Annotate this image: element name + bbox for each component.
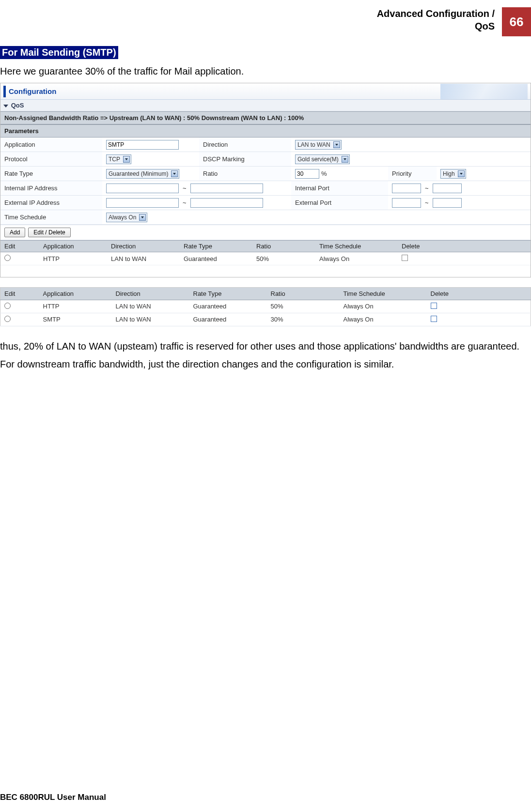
col-direction: Direction <box>112 287 189 300</box>
intro-text: Here we guarantee 30% of the traffic for… <box>0 65 531 78</box>
col-delete: Delete <box>427 287 531 300</box>
table-row: HTTP LAN to WAN Guaranteed 50% Always On <box>0 300 531 313</box>
time-schedule-value: Always On <box>109 214 136 221</box>
page-number-badge: 66 <box>502 7 531 36</box>
banner-accent-bar <box>3 86 6 97</box>
empty-cell <box>437 152 531 167</box>
chevron-down-icon <box>342 156 348 163</box>
ratio-unit: % <box>321 170 327 177</box>
edit-radio[interactable] <box>4 316 11 322</box>
edit-delete-button[interactable]: Edit / Delete <box>28 228 70 237</box>
empty-cell <box>437 138 531 152</box>
chevron-down-icon <box>123 156 130 163</box>
dscp-label: DSCP Marking <box>199 152 291 167</box>
col-edit: Edit <box>0 241 39 252</box>
application-input[interactable] <box>106 140 179 150</box>
chevron-down-icon <box>171 170 178 177</box>
external-ip-from-input[interactable] <box>106 198 179 208</box>
button-row: Add Edit / Delete <box>0 225 531 240</box>
internal-ip-from-input[interactable] <box>106 184 179 193</box>
result-rules-table: Edit Application Direction Rate Type Rat… <box>0 287 531 326</box>
priority-value: High <box>443 170 455 177</box>
col-application: Application <box>39 241 107 252</box>
cell-application: HTTP <box>39 252 107 265</box>
table-row: SMTP LAN to WAN Guaranteed 30% Always On <box>0 313 531 326</box>
panel-banner: Configuration <box>0 83 531 100</box>
range-tilde: ~ <box>423 184 431 192</box>
dscp-cell: Gold service(M) <box>291 152 388 167</box>
cell-direction: LAN to WAN <box>112 313 189 326</box>
bandwidth-ratio-row: Non-Assigned Bandwidth Ratio => Upstream… <box>0 111 531 124</box>
time-schedule-label: Time Schedule <box>0 210 102 225</box>
empty-cell <box>388 138 437 152</box>
ratio-cell: % <box>291 167 388 181</box>
protocol-label: Protocol <box>0 152 102 167</box>
rate-type-label: Rate Type <box>0 167 102 181</box>
footer-text: BEC 6800RUL User Manual <box>0 793 106 802</box>
delete-checkbox[interactable] <box>402 255 408 261</box>
delete-checkbox[interactable] <box>431 316 437 322</box>
priority-select[interactable]: High <box>440 169 466 179</box>
col-delete: Delete <box>398 241 531 252</box>
application-cell <box>102 138 199 152</box>
delete-checkbox[interactable] <box>431 303 437 309</box>
cell-rate-type: Guaranteed <box>189 300 267 313</box>
table-row: HTTP LAN to WAN Guaranteed 50% Always On <box>0 252 531 265</box>
time-schedule-cell: Always On <box>102 210 531 225</box>
external-port-label: External Port <box>291 196 388 210</box>
col-ratio: Ratio <box>267 287 340 300</box>
cell-time-schedule: Always On <box>315 252 398 265</box>
col-time-schedule: Time Schedule <box>340 287 427 300</box>
direction-select[interactable]: LAN to WAN <box>295 140 342 150</box>
col-rate-type: Rate Type <box>189 287 267 300</box>
time-schedule-select[interactable]: Always On <box>106 213 147 222</box>
empty-cell <box>388 152 437 167</box>
internal-ip-label: Internal IP Address <box>0 181 102 196</box>
internal-ip-to-input[interactable] <box>190 184 263 193</box>
content-area: For Mail Sending (SMTP) Here we guarante… <box>0 46 531 371</box>
cell-ratio: 30% <box>267 313 340 326</box>
internal-port-from-input[interactable] <box>392 184 421 193</box>
cell-time-schedule: Always On <box>340 313 427 326</box>
rate-type-select[interactable]: Guaranteed (Minimum) <box>106 169 179 179</box>
edit-radio[interactable] <box>4 303 11 309</box>
col-ratio: Ratio <box>252 241 315 252</box>
internal-port-to-input[interactable] <box>433 184 462 193</box>
cell-rate-type: Guaranteed <box>189 313 267 326</box>
external-port-to-input[interactable] <box>433 198 462 208</box>
direction-cell: LAN to WAN <box>291 138 388 152</box>
dscp-value: Gold service(M) <box>297 156 339 163</box>
header-title-line2: QoS <box>475 21 495 31</box>
ratio-input[interactable] <box>295 169 319 179</box>
col-edit: Edit <box>0 287 39 300</box>
rate-type-cell: Guaranteed (Minimum) <box>102 167 199 181</box>
dscp-select[interactable]: Gold service(M) <box>295 154 350 164</box>
qos-section-header[interactable]: QoS <box>0 100 531 111</box>
priority-cell: High <box>437 167 531 181</box>
direction-label: Direction <box>199 138 291 152</box>
inner-rules-table: Edit Application Direction Rate Type Rat… <box>0 240 531 277</box>
add-button[interactable]: Add <box>4 228 25 237</box>
internal-port-label: Internal Port <box>291 181 388 196</box>
cell-time-schedule: Always On <box>340 300 427 313</box>
banner-decoration <box>440 84 528 99</box>
cell-ratio: 50% <box>252 252 315 265</box>
cell-application: HTTP <box>39 300 112 313</box>
direction-value: LAN to WAN <box>297 141 330 148</box>
banner-title: Configuration <box>9 87 56 95</box>
protocol-select[interactable]: TCP <box>106 154 131 164</box>
collapse-arrow-icon <box>3 105 8 107</box>
cell-direction: LAN to WAN <box>112 300 189 313</box>
edit-radio[interactable] <box>4 255 11 261</box>
protocol-cell: TCP <box>102 152 199 167</box>
external-port-from-input[interactable] <box>392 198 421 208</box>
chevron-down-icon <box>333 141 340 148</box>
cell-ratio: 50% <box>267 300 340 313</box>
application-label: Application <box>0 138 102 152</box>
page-header: Advanced Configuration / QoS 66 <box>0 0 531 46</box>
qos-label: QoS <box>11 102 24 109</box>
range-tilde: ~ <box>423 199 431 206</box>
closing-para-1: thus, 20% of LAN to WAN (upsteam) traffi… <box>0 340 531 353</box>
external-ip-to-input[interactable] <box>190 198 263 208</box>
protocol-value: TCP <box>109 156 120 163</box>
